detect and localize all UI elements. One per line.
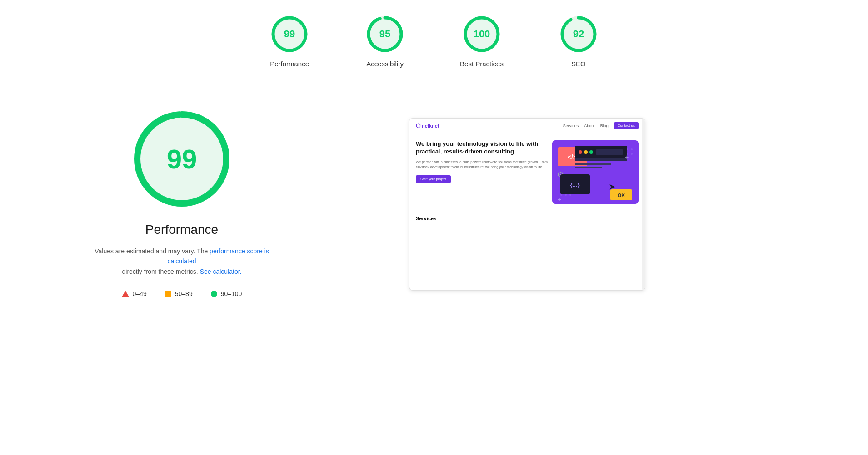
svg-text:+: + (625, 153, 629, 161)
preview-nav-blog: Blog (600, 124, 609, 128)
score-value-best-practices: 100 (474, 28, 490, 40)
svg-point-31 (579, 150, 582, 154)
legend-range-low: 0–49 (133, 290, 147, 297)
svg-point-33 (589, 150, 593, 154)
svg-rect-34 (596, 149, 623, 155)
preview-hero-subtitle: We partner with businesses to build powe… (416, 159, 548, 170)
score-label-performance: Performance (270, 60, 309, 68)
preview-hero-image: </> ⚙ (552, 140, 639, 204)
svg-text:+: + (558, 196, 561, 203)
preview-header: nelknet Services About Blog Contact us (409, 119, 645, 133)
right-panel: nelknet Services About Blog Contact us W… (409, 118, 645, 291)
svg-text:{...}: {...} (570, 182, 580, 188)
score-item-best-practices: 100 Best Practices (460, 14, 504, 68)
score-circle-accessibility: 95 (364, 14, 405, 54)
score-label-best-practices: Best Practices (460, 60, 504, 68)
legend-item-high: 90–100 (211, 290, 242, 297)
score-item-seo: 92 SEO (558, 14, 599, 68)
description-static: Values are estimated and may vary. The (95, 247, 210, 255)
legend-item-low: 0–49 (122, 290, 147, 297)
svg-rect-35 (575, 158, 627, 161)
calculator-link[interactable]: See calculator. (200, 268, 242, 275)
performance-description: Values are estimated and may vary. The p… (91, 246, 273, 277)
tech-illustration: </> ⚙ (552, 140, 639, 204)
score-circle-seo: 92 (558, 14, 599, 54)
svg-point-27 (631, 153, 633, 155)
score-item-accessibility: 95 Accessibility (364, 14, 405, 68)
score-circle-performance: 99 (269, 14, 310, 54)
svg-point-24 (631, 148, 633, 150)
score-item-performance: 99 Performance (269, 14, 310, 68)
square-icon (165, 291, 171, 297)
score-circle-large: 99 (127, 104, 236, 213)
legend-item-mid: 50–89 (165, 290, 193, 297)
preview-hero-title: We bring your technology vision to life … (416, 140, 548, 156)
performance-title: Performance (145, 223, 218, 237)
svg-point-32 (584, 150, 588, 154)
triangle-icon (122, 291, 129, 297)
preview-services-heading: Services (409, 211, 645, 226)
legend: 0–49 50–89 90–100 (122, 290, 242, 297)
score-value-seo: 92 (573, 28, 584, 40)
svg-rect-37 (575, 167, 602, 168)
preview-logo-text: nelknet (422, 123, 439, 129)
left-panel: 99 Performance Values are estimated and … (91, 104, 273, 297)
preview-logo: nelknet (416, 123, 439, 129)
score-value-large: 99 (167, 143, 197, 175)
preview-nav: Services About Blog Contact us (563, 122, 639, 129)
preview-hero-btn: Start your project (416, 175, 451, 183)
preview-hero-text: We bring your technology vision to life … (416, 140, 548, 183)
legend-range-mid: 50–89 (175, 290, 193, 297)
main-content: 99 Performance Values are estimated and … (0, 77, 868, 325)
legend-range-high: 90–100 (221, 290, 242, 297)
description-mid: directly from these metrics. (122, 268, 198, 275)
scores-bar: 99 Performance 95 Accessibility 100 Best… (0, 0, 868, 77)
website-preview: nelknet Services About Blog Contact us W… (409, 118, 645, 291)
score-value-accessibility: 95 (379, 28, 390, 40)
svg-text:OK: OK (618, 193, 625, 198)
preview-nav-about: About (584, 124, 595, 128)
preview-nav-services: Services (563, 124, 579, 128)
svg-rect-36 (575, 163, 611, 165)
score-label-accessibility: Accessibility (366, 60, 404, 68)
circle-icon (211, 291, 217, 297)
score-value-performance: 99 (284, 28, 295, 40)
score-circle-best-practices: 100 (461, 14, 502, 54)
preview-hero: We bring your technology vision to life … (409, 133, 645, 211)
score-label-seo: SEO (571, 60, 586, 68)
preview-nav-cta: Contact us (614, 122, 639, 129)
